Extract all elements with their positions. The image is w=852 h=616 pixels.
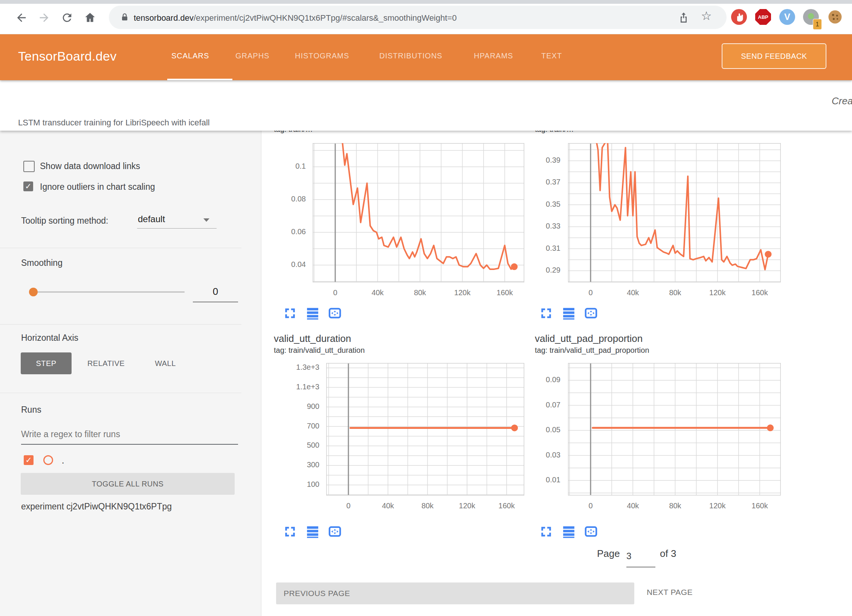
x-tick-label: 0 bbox=[574, 288, 608, 297]
run-checkbox[interactable]: ✓ bbox=[24, 455, 34, 465]
y-tick-label: 900 bbox=[277, 402, 319, 411]
log-scale-icon[interactable] bbox=[306, 307, 319, 320]
x-tick-label: 120k bbox=[701, 288, 734, 297]
active-tab-underline bbox=[167, 79, 232, 80]
smoothing-value[interactable]: 0 bbox=[193, 286, 238, 297]
axis-option-step[interactable]: STEP bbox=[21, 352, 72, 374]
tab-distributions[interactable]: DISTRIBUTIONS bbox=[379, 52, 442, 60]
fit-domain-icon[interactable] bbox=[328, 525, 341, 538]
y-tick-label: 500 bbox=[277, 441, 319, 450]
expand-chart-icon[interactable] bbox=[284, 525, 296, 538]
chart-plot[interactable] bbox=[326, 363, 524, 496]
send-feedback-button[interactable]: SEND FEEDBACK bbox=[722, 43, 826, 69]
y-tick-label: 0.01 bbox=[518, 476, 560, 484]
tab-graphs[interactable]: GRAPHS bbox=[235, 52, 269, 60]
x-tick-label: 160k bbox=[488, 288, 522, 297]
x-tick-label: 40k bbox=[371, 502, 405, 510]
fit-domain-icon[interactable] bbox=[328, 307, 341, 320]
fit-domain-icon[interactable] bbox=[585, 307, 597, 320]
y-tick-label: 0.33 bbox=[518, 222, 560, 230]
status-extension-icon[interactable]: 1 bbox=[803, 9, 819, 25]
y-tick-label: 0.1 bbox=[264, 162, 306, 171]
y-tick-label: 0.08 bbox=[264, 195, 306, 203]
expand-chart-icon[interactable] bbox=[284, 307, 296, 320]
abp-extension-icon[interactable]: ABP bbox=[755, 9, 771, 25]
address-bar[interactable]: tensorboard.dev/experiment/cj2vtPiwQHKN9… bbox=[109, 6, 727, 29]
x-tick-label: 160k bbox=[743, 502, 777, 510]
x-tick-label: 40k bbox=[616, 288, 650, 297]
page-label: Page bbox=[597, 548, 620, 560]
chart-title: valid_utt_duration bbox=[274, 333, 351, 345]
fit-domain-icon[interactable] bbox=[585, 525, 597, 538]
previous-page-button[interactable]: PREVIOUS PAGE bbox=[276, 582, 634, 604]
y-tick-label: 300 bbox=[277, 460, 319, 469]
url-text: tensorboard.dev/experiment/cj2vtPiwQHKN9… bbox=[134, 13, 457, 23]
tooltip-sorting-select[interactable]: default bbox=[138, 214, 165, 224]
log-scale-icon[interactable] bbox=[306, 525, 319, 538]
ignore-outliers-checkbox[interactable]: ✓ bbox=[23, 181, 33, 191]
y-tick-label: 700 bbox=[277, 422, 319, 430]
page-number-input[interactable]: 3 bbox=[626, 551, 631, 561]
y-tick-label: 0.39 bbox=[518, 156, 560, 165]
tab-scalars[interactable]: SCALARS bbox=[171, 52, 209, 60]
x-tick-label: 160k bbox=[490, 502, 524, 510]
chart-plot[interactable] bbox=[568, 363, 781, 496]
chart-plot[interactable] bbox=[568, 143, 781, 282]
runs-label: Runs bbox=[21, 405, 41, 415]
page-input-underline bbox=[626, 567, 655, 567]
x-tick-label: 0 bbox=[318, 288, 352, 297]
tab-text[interactable]: TEXT bbox=[541, 52, 562, 60]
y-tick-label: 1.3e+3 bbox=[277, 363, 319, 372]
expand-chart-icon[interactable] bbox=[540, 307, 553, 320]
clipped-created-text: Crea bbox=[832, 95, 852, 107]
forward-icon[interactable] bbox=[38, 11, 50, 24]
expand-chart-icon[interactable] bbox=[540, 525, 553, 538]
app-header: TensorBoard.dev SCALARSGRAPHSHISTOGRAMSD… bbox=[0, 34, 852, 80]
show-download-label: Show data download links bbox=[40, 161, 140, 171]
toggle-all-runs-button[interactable]: TOGGLE ALL RUNS bbox=[21, 473, 235, 495]
axis-option-wall[interactable]: WALL bbox=[152, 352, 179, 374]
x-tick-label: 0 bbox=[574, 502, 608, 510]
horizontal-axis-options: STEPRELATIVEWALL bbox=[0, 352, 261, 374]
x-tick-label: 0 bbox=[331, 502, 365, 510]
smoothing-slider-track[interactable] bbox=[35, 291, 185, 293]
y-tick-label: 0.09 bbox=[518, 375, 560, 384]
run-color-swatch[interactable] bbox=[43, 455, 53, 465]
tab-histograms[interactable]: HISTOGRAMS bbox=[295, 52, 349, 60]
chart-tag: tag: train/valid_utt_duration bbox=[274, 346, 365, 355]
y-tick-label: 0.04 bbox=[264, 260, 306, 269]
log-scale-icon[interactable] bbox=[562, 307, 575, 320]
horizontal-axis-label: Horizontal Axis bbox=[21, 333, 78, 343]
back-icon[interactable] bbox=[15, 11, 28, 24]
cookie-extension-icon[interactable] bbox=[827, 9, 843, 25]
runs-filter-input[interactable]: Write a regex to filter runs bbox=[21, 429, 120, 439]
v-extension-icon[interactable]: V bbox=[779, 9, 795, 25]
x-tick-label: 80k bbox=[658, 288, 692, 297]
y-tick-label: 0.07 bbox=[518, 401, 560, 409]
axis-option-relative[interactable]: RELATIVE bbox=[84, 352, 128, 374]
show-download-checkbox[interactable] bbox=[23, 161, 35, 172]
app-logo[interactable]: TensorBoard.dev bbox=[18, 49, 117, 64]
tab-hparams[interactable]: HPARAMS bbox=[474, 52, 513, 60]
y-tick-label: 0.31 bbox=[518, 244, 560, 253]
y-tick-label: 0.03 bbox=[518, 451, 560, 459]
chart-plot[interactable] bbox=[313, 143, 524, 282]
reload-icon[interactable] bbox=[61, 11, 73, 24]
experiment-id-text: experiment cj2vtPiwQHKN9Q1tx6PTpg bbox=[21, 502, 172, 512]
extension-badge: 1 bbox=[813, 19, 822, 30]
share-icon[interactable] bbox=[678, 11, 690, 23]
bookmark-star-icon[interactable]: ☆ bbox=[701, 9, 712, 23]
log-scale-icon[interactable] bbox=[562, 525, 575, 538]
next-page-button[interactable]: NEXT PAGE bbox=[647, 588, 693, 597]
x-tick-label: 120k bbox=[450, 502, 484, 510]
divider bbox=[0, 248, 241, 248]
home-icon[interactable] bbox=[84, 11, 96, 24]
smoothing-slider-thumb[interactable] bbox=[29, 288, 38, 296]
y-tick-label: 0.37 bbox=[518, 178, 560, 186]
y-tick-label: 0.35 bbox=[518, 200, 560, 209]
stop-hand-extension-icon[interactable] bbox=[731, 9, 747, 25]
chart-tag: tag: train/valid_utt_pad_proportion bbox=[535, 346, 649, 355]
x-tick-label: 80k bbox=[658, 502, 692, 510]
divider bbox=[0, 324, 241, 325]
x-tick-label: 40k bbox=[616, 502, 650, 510]
